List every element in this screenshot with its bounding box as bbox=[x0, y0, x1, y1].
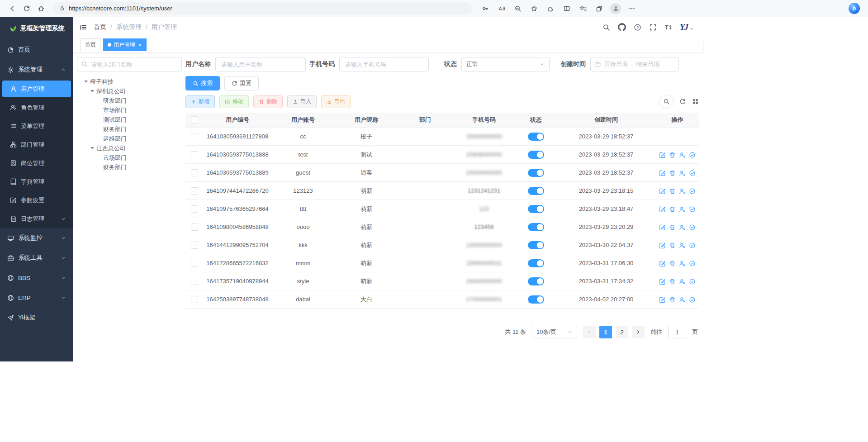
row-checkbox[interactable] bbox=[191, 242, 198, 249]
browser-refresh-button[interactable] bbox=[20, 2, 33, 15]
reset-password-icon[interactable] bbox=[679, 242, 686, 249]
reset-password-icon[interactable] bbox=[679, 260, 686, 267]
search-button[interactable]: 搜索 bbox=[185, 76, 220, 90]
favorites-icon[interactable] bbox=[575, 2, 591, 15]
delete-icon[interactable] bbox=[669, 170, 676, 176]
tree-expand-caret-icon[interactable] bbox=[90, 147, 94, 149]
next-page-button[interactable] bbox=[632, 326, 645, 338]
reset-password-icon[interactable] bbox=[679, 224, 686, 231]
reset-password-icon[interactable] bbox=[679, 278, 686, 285]
edit-icon[interactable] bbox=[659, 188, 666, 195]
edit-icon[interactable] bbox=[659, 170, 666, 176]
sidebar-item-dict-mgmt[interactable]: 字典管理 bbox=[0, 172, 73, 191]
status-toggle[interactable] bbox=[528, 241, 544, 249]
delete-icon[interactable] bbox=[669, 152, 676, 158]
edit-icon[interactable] bbox=[659, 206, 666, 213]
read-aloud-icon[interactable] bbox=[494, 2, 509, 15]
delete-icon[interactable] bbox=[669, 260, 676, 267]
status-select[interactable]: 正常 bbox=[461, 57, 550, 71]
page-2-button[interactable]: 2 bbox=[616, 326, 628, 338]
add-button[interactable]: 新增 bbox=[185, 95, 215, 108]
reset-password-icon[interactable] bbox=[679, 206, 686, 213]
tree-expand-caret-icon[interactable] bbox=[90, 90, 94, 92]
copilot-icon[interactable]: b bbox=[849, 3, 860, 14]
edit-icon[interactable] bbox=[659, 224, 666, 231]
edit-icon[interactable] bbox=[659, 278, 666, 285]
export-button[interactable]: 导出 bbox=[321, 95, 351, 108]
password-key-icon[interactable] bbox=[478, 2, 493, 15]
delete-button[interactable]: 删除 bbox=[253, 95, 283, 108]
sidebar-item-role-mgmt[interactable]: 角色管理 bbox=[0, 98, 73, 117]
dept-search-input[interactable] bbox=[77, 57, 182, 71]
reset-password-icon[interactable] bbox=[679, 152, 686, 158]
refresh-icon[interactable] bbox=[679, 98, 686, 105]
sidebar-item-menu-mgmt[interactable]: 菜单管理 bbox=[0, 117, 73, 135]
sidebar-collapse-icon[interactable] bbox=[80, 24, 87, 31]
sidebar-item-post-mgmt[interactable]: 岗位管理 bbox=[0, 154, 73, 172]
status-toggle[interactable] bbox=[528, 187, 544, 195]
tree-node[interactable]: 财务部门 bbox=[77, 124, 182, 134]
date-range-picker[interactable]: 开始日期 - 结束日期 bbox=[590, 57, 679, 71]
tab-user-mgmt[interactable]: 用户管理 × bbox=[103, 38, 147, 51]
font-size-icon[interactable] bbox=[664, 24, 672, 31]
tree-node[interactable]: 市场部门 bbox=[77, 153, 182, 162]
sidebar-item-system-tools[interactable]: 系统工具 bbox=[0, 248, 73, 268]
status-toggle[interactable] bbox=[528, 133, 544, 141]
row-checkbox[interactable] bbox=[191, 296, 198, 303]
status-toggle[interactable] bbox=[528, 223, 544, 231]
sidebar-item-param-settings[interactable]: 参数设置 bbox=[0, 191, 73, 209]
delete-icon[interactable] bbox=[669, 224, 676, 231]
assign-role-icon[interactable] bbox=[689, 152, 696, 158]
assign-role-icon[interactable] bbox=[689, 260, 696, 267]
select-all-checkbox[interactable] bbox=[191, 116, 198, 124]
assign-role-icon[interactable] bbox=[689, 188, 696, 195]
edit-button[interactable]: 修改 bbox=[219, 95, 249, 108]
add-favorite-icon[interactable] bbox=[526, 2, 542, 15]
browser-back-button[interactable] bbox=[5, 2, 19, 15]
assign-role-icon[interactable] bbox=[689, 206, 696, 213]
prev-page-button[interactable] bbox=[583, 326, 596, 338]
reset-button[interactable]: 重置 bbox=[224, 76, 259, 90]
extensions-icon[interactable] bbox=[543, 2, 558, 15]
reset-password-icon[interactable] bbox=[679, 188, 686, 195]
row-checkbox[interactable] bbox=[191, 205, 198, 213]
delete-icon[interactable] bbox=[669, 296, 676, 303]
browser-profile-avatar[interactable] bbox=[608, 2, 623, 15]
page-size-select[interactable]: 10条/页 bbox=[532, 326, 577, 338]
sidebar-item-system-mgmt[interactable]: 系统管理 bbox=[0, 60, 73, 80]
delete-icon[interactable] bbox=[669, 278, 676, 285]
address-bar[interactable]: https://ccnetcore.com:1101/system/user bbox=[53, 2, 472, 14]
split-screen-icon[interactable] bbox=[559, 2, 574, 15]
page-1-button[interactable]: 1 bbox=[599, 326, 612, 338]
row-checkbox[interactable] bbox=[191, 260, 198, 267]
assign-role-icon[interactable] bbox=[689, 224, 696, 231]
tree-node[interactable]: 研发部门 bbox=[77, 96, 182, 105]
column-grid-icon[interactable] bbox=[692, 98, 699, 105]
row-checkbox[interactable] bbox=[191, 133, 198, 140]
edit-icon[interactable] bbox=[659, 260, 666, 267]
user-avatar[interactable]: YJ bbox=[680, 23, 694, 31]
reset-password-icon[interactable] bbox=[679, 170, 686, 176]
tree-node[interactable]: 测试部门 bbox=[77, 115, 182, 124]
browser-home-button[interactable] bbox=[34, 2, 48, 15]
fullscreen-icon[interactable] bbox=[649, 24, 657, 31]
row-checkbox[interactable] bbox=[191, 169, 198, 176]
row-checkbox[interactable] bbox=[191, 187, 198, 195]
sidebar-item-dept-mgmt[interactable]: 部门管理 bbox=[0, 135, 73, 154]
reset-password-icon[interactable] bbox=[679, 296, 686, 303]
toggle-search-button[interactable] bbox=[659, 95, 674, 109]
github-icon[interactable] bbox=[618, 23, 626, 31]
goto-page-input[interactable] bbox=[668, 326, 686, 338]
tab-home[interactable]: 首页 bbox=[81, 38, 100, 51]
sidebar-item-user-mgmt[interactable]: 用户管理 bbox=[2, 81, 71, 97]
edit-icon[interactable] bbox=[659, 152, 666, 158]
status-toggle[interactable] bbox=[528, 205, 544, 213]
search-icon[interactable] bbox=[602, 24, 610, 31]
status-toggle[interactable] bbox=[528, 295, 544, 304]
sidebar-item-log-mgmt[interactable]: 日志管理 bbox=[0, 209, 73, 228]
breadcrumb-item[interactable]: 首页 bbox=[94, 23, 106, 31]
tab-close-icon[interactable]: × bbox=[138, 42, 142, 48]
row-checkbox[interactable] bbox=[191, 223, 198, 231]
zoom-icon[interactable] bbox=[510, 2, 526, 15]
help-icon[interactable] bbox=[634, 24, 641, 31]
